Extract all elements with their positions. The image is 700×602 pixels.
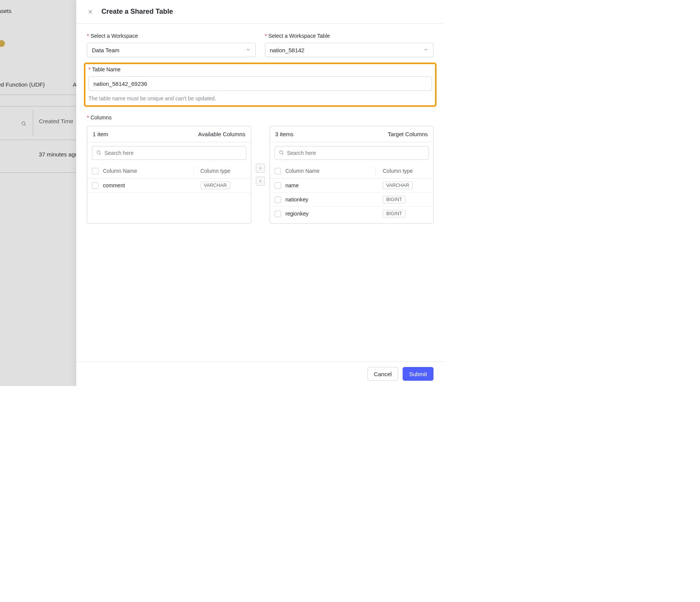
workspace-select[interactable]: Data Team bbox=[87, 43, 256, 57]
svg-point-0 bbox=[22, 122, 25, 125]
bg-text-udf: ed Function (UDF) bbox=[0, 81, 45, 88]
transfer-buttons bbox=[255, 126, 266, 224]
available-header-type: Column type bbox=[201, 168, 246, 174]
table-name-hint: The table name must be unique and can't … bbox=[88, 95, 432, 101]
workspace-table-select[interactable]: nation_58142 bbox=[265, 43, 434, 57]
bg-col-created: Created Time bbox=[39, 117, 73, 125]
bg-avatar-dot bbox=[0, 40, 5, 47]
search-icon bbox=[21, 121, 26, 127]
close-icon[interactable] bbox=[87, 8, 94, 15]
table-name-input[interactable] bbox=[88, 76, 432, 91]
required-star: * bbox=[88, 66, 90, 72]
available-search-input[interactable] bbox=[104, 150, 242, 156]
dialog-header: Create a Shared Table bbox=[76, 0, 444, 24]
column-type-pill: BIGINT bbox=[383, 196, 406, 203]
workspace-value: Data Team bbox=[92, 47, 119, 53]
bg-row-time: 37 minutes ago bbox=[39, 150, 78, 158]
available-search[interactable] bbox=[92, 146, 246, 160]
column-name: name bbox=[286, 182, 379, 188]
target-header-type: Column type bbox=[383, 168, 429, 174]
label-text: Table Name bbox=[92, 66, 120, 72]
dialog-title: Create a Shared Table bbox=[101, 8, 173, 16]
target-columns-panel: 3 items Target Columns bbox=[270, 126, 434, 224]
workspace-table-label: *Select a Workspace Table bbox=[265, 33, 434, 39]
available-header-name: Column Name bbox=[103, 168, 186, 174]
workspace-field: *Select a Workspace Data Team bbox=[87, 33, 256, 57]
table-name-field: *Table Name The table name must be uniqu… bbox=[88, 66, 432, 101]
move-right-button[interactable] bbox=[256, 164, 265, 173]
workspace-table-value: nation_58142 bbox=[270, 47, 305, 53]
columns-label: *Columns bbox=[87, 114, 433, 121]
column-name: comment bbox=[103, 182, 196, 188]
column-name: nationkey bbox=[286, 196, 379, 203]
label-text: Select a Workspace bbox=[90, 33, 138, 39]
target-count: 3 items bbox=[275, 131, 294, 137]
submit-button[interactable]: Submit bbox=[403, 367, 433, 381]
target-row[interactable]: nationkey BIGINT bbox=[270, 193, 433, 207]
available-count: 1 item bbox=[93, 131, 108, 137]
target-search-input[interactable] bbox=[287, 150, 425, 156]
bg-divider bbox=[0, 140, 76, 140]
column-type-pill: BIGINT bbox=[383, 210, 406, 217]
available-title: Available Columns bbox=[198, 131, 246, 137]
label-text: Select a Workspace Table bbox=[268, 33, 330, 39]
create-shared-table-dialog: Create a Shared Table *Select a Workspac… bbox=[76, 0, 444, 386]
target-title: Target Columns bbox=[388, 131, 428, 137]
move-left-button[interactable] bbox=[256, 177, 265, 186]
divider bbox=[193, 167, 194, 174]
required-star: * bbox=[265, 33, 267, 39]
target-select-all-checkbox[interactable] bbox=[275, 168, 281, 174]
row-checkbox[interactable] bbox=[92, 182, 98, 189]
chevron-down-icon bbox=[423, 47, 429, 53]
dialog-footer: Cancel Submit bbox=[76, 361, 444, 386]
svg-line-5 bbox=[100, 153, 101, 155]
target-header-name: Column Name bbox=[286, 168, 369, 174]
bg-divider bbox=[0, 106, 76, 106]
workspace-label: *Select a Workspace bbox=[87, 33, 256, 39]
divider bbox=[376, 167, 376, 174]
column-type-pill: VARCHAR bbox=[383, 182, 413, 189]
workspace-table-field: *Select a Workspace Table nation_58142 bbox=[265, 33, 434, 57]
target-row[interactable]: name VARCHAR bbox=[270, 179, 433, 193]
available-select-all-checkbox[interactable] bbox=[92, 168, 98, 174]
target-search[interactable] bbox=[275, 146, 429, 160]
label-text: Columns bbox=[90, 114, 111, 121]
bg-divider bbox=[0, 95, 76, 95]
columns-transfer: 1 item Available Columns bbox=[87, 126, 433, 224]
svg-line-7 bbox=[282, 153, 283, 155]
dialog-body: *Select a Workspace Data Team *Select a … bbox=[76, 24, 444, 361]
target-row[interactable]: regionkey BIGINT bbox=[270, 207, 433, 221]
bg-divider bbox=[0, 172, 76, 173]
required-star: * bbox=[87, 33, 89, 39]
column-name: regionkey bbox=[286, 211, 379, 217]
cancel-button[interactable]: Cancel bbox=[368, 367, 398, 381]
row-checkbox[interactable] bbox=[275, 211, 281, 217]
search-icon bbox=[279, 150, 284, 156]
table-name-label: *Table Name bbox=[88, 66, 432, 72]
required-star: * bbox=[87, 114, 89, 121]
columns-field: *Columns 1 item Available Columns bbox=[87, 114, 433, 224]
bg-divider bbox=[33, 110, 33, 137]
search-icon bbox=[96, 150, 101, 156]
svg-point-6 bbox=[279, 151, 283, 154]
available-columns-panel: 1 item Available Columns bbox=[87, 126, 251, 224]
available-row[interactable]: comment VARCHAR bbox=[87, 179, 251, 193]
svg-point-4 bbox=[97, 151, 100, 154]
row-checkbox[interactable] bbox=[275, 182, 281, 189]
chevron-down-icon bbox=[246, 47, 251, 53]
svg-line-1 bbox=[25, 125, 26, 126]
table-name-highlight: *Table Name The table name must be uniqu… bbox=[84, 63, 437, 107]
row-checkbox[interactable] bbox=[275, 196, 281, 203]
column-type-pill: VARCHAR bbox=[201, 182, 230, 189]
bg-text-tasets: tasets bbox=[0, 8, 11, 14]
